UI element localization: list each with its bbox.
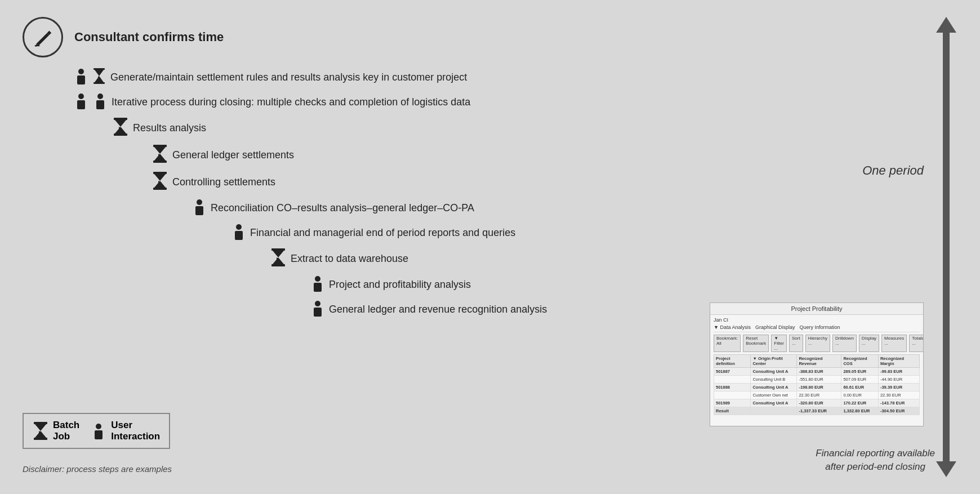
step-row: Extract to data warehouse — [270, 248, 890, 269]
measures-btn: Measures ... — [881, 335, 907, 352]
svg-rect-9 — [114, 118, 127, 120]
svg-point-17 — [236, 224, 242, 230]
screenshot-buttons: Bookmark: All Reset Bookmark ▼ Filter ..… — [714, 335, 920, 352]
person-icon — [310, 275, 326, 294]
timeline-arrow — [935, 17, 957, 477]
cell-unit: Customer Own net — [751, 391, 797, 399]
arrow-shaft — [943, 33, 950, 461]
one-period-label: One period — [862, 163, 924, 178]
svg-rect-6 — [77, 100, 85, 109]
sort-btn: Sort ... — [789, 335, 803, 352]
cell-cos: 60.61 EUR — [841, 384, 879, 391]
cell-margin: -99.83 EUR — [878, 368, 919, 376]
cell-group: 501887 — [714, 368, 751, 376]
cell-group: 501888 — [714, 384, 751, 391]
svg-rect-19 — [271, 248, 285, 251]
edit-icon — [32, 26, 54, 48]
step-text: Reconciliation CO–results analysis–gener… — [211, 202, 474, 214]
hourglass-legend-icon — [33, 421, 48, 440]
svg-rect-11 — [153, 145, 167, 147]
svg-point-27 — [96, 424, 101, 429]
screenshot-content: Jan CI ▼ Data Analysis Graphical Display… — [710, 315, 923, 417]
svg-rect-28 — [95, 430, 103, 439]
hourglass-icon — [270, 248, 286, 269]
display-btn: Display ... — [859, 335, 879, 352]
totals-btn: Totals ... — [909, 335, 924, 352]
step-text: Project and profitability analysis — [329, 279, 471, 291]
toolbar-data-analysis: ▼ Data Analysis — [714, 324, 751, 330]
table-row: Result -1,337.33 EUR 1,332.80 EUR -304.5… — [714, 407, 920, 415]
table-row: Customer Own net 22.30 EUR 0.00 EUR 22.3… — [714, 391, 920, 399]
toolbar-query: Query Information — [799, 324, 840, 330]
col-project: Project definition — [714, 355, 751, 368]
svg-rect-13 — [153, 172, 167, 174]
svg-point-21 — [315, 276, 320, 282]
cell-unit: Consulting Unit A — [751, 368, 797, 376]
col-rev: Recognized Revenue — [797, 355, 841, 368]
toolbar-graphical: Graphical Display — [755, 324, 795, 330]
svg-point-5 — [78, 94, 84, 99]
screenshot-toolbar: ▼ Data Analysis Graphical Display Query … — [714, 324, 920, 332]
person-icon-2 — [92, 92, 108, 112]
cell-unit: Consulting Unit B — [751, 376, 797, 384]
cell-margin: -304.50 EUR — [878, 407, 919, 415]
svg-point-1 — [78, 69, 84, 74]
cell-cos: 507.09 EUR — [841, 376, 879, 384]
step-row: Project and profitability analysis — [310, 275, 890, 294]
step-row: Results analysis — [113, 117, 890, 139]
content-area: Consultant confirms time Generat — [23, 17, 957, 319]
person-icon — [73, 92, 89, 112]
batch-label: BatchJob — [53, 420, 79, 442]
step-text: Generate/maintain settlement rules and r… — [110, 72, 467, 83]
col-cos: Recognized COS — [841, 355, 879, 368]
svg-rect-26 — [34, 438, 47, 440]
svg-rect-4 — [93, 82, 105, 84]
table-row: 501887 Consulting Unit A -388.83 EUR 289… — [714, 368, 920, 376]
svg-rect-16 — [195, 206, 203, 215]
col-margin: Recognized Margin — [878, 355, 919, 368]
cell-group: Result — [714, 407, 751, 415]
step-row: Controlling settlements — [152, 171, 890, 193]
arrow-head-bottom — [936, 461, 956, 477]
person-icon — [310, 300, 326, 319]
cell-margin: -143.78 EUR — [878, 399, 919, 407]
table-row: 501888 Consulting Unit A -198.80 EUR 60.… — [714, 384, 920, 391]
reset-btn: Reset Bookmark — [743, 335, 769, 352]
cell-rev: -388.83 EUR — [797, 368, 841, 376]
cell-margin: -39.39 EUR — [878, 384, 919, 391]
svg-point-7 — [97, 94, 103, 99]
step-text: Results analysis — [133, 122, 206, 134]
step-text: Iterative process during closing: multip… — [112, 96, 470, 108]
cell-unit: Consulting Unit A — [751, 399, 797, 407]
svg-rect-10 — [114, 133, 127, 136]
cell-unit — [751, 407, 797, 415]
main-container: One period Consultant confirms time — [0, 0, 980, 494]
screenshot-title: Project Profitability — [710, 303, 923, 315]
cell-rev: 22.30 EUR — [797, 391, 841, 399]
screenshot-box: Project Profitability Jan CI ▼ Data Anal… — [710, 302, 924, 426]
hourglass-icon — [92, 68, 106, 87]
cell-cos: 289.05 EUR — [841, 368, 879, 376]
consultant-icon — [23, 17, 63, 57]
hourglass-icon — [152, 171, 168, 193]
svg-point-23 — [315, 301, 320, 306]
hourglass-icon — [152, 144, 168, 166]
step-row: Iterative process during closing: multip… — [73, 92, 890, 112]
step-row: Reconciliation CO–results analysis–gener… — [191, 198, 890, 217]
hierarchy-btn: Hierarchy ... — [805, 335, 830, 352]
svg-rect-12 — [153, 161, 167, 163]
step-text: Extract to data warehouse — [291, 253, 408, 265]
svg-rect-25 — [34, 422, 47, 424]
bookmark-btn: Bookmark: All — [714, 335, 741, 352]
profitability-table: Project definition ▼ Origin Profit Cente… — [714, 354, 920, 415]
svg-rect-18 — [235, 231, 243, 240]
person-icon — [231, 223, 247, 242]
cell-rev: -1,337.33 EUR — [797, 407, 841, 415]
svg-rect-20 — [271, 264, 285, 266]
header-row: Consultant confirms time — [23, 17, 890, 57]
step-row: General ledger settlements — [152, 144, 890, 166]
person-icon — [191, 198, 207, 217]
cell-rev: -320.80 EUR — [797, 399, 841, 407]
legend-box: BatchJob UserInteraction — [23, 413, 170, 449]
cell-group — [714, 391, 751, 399]
